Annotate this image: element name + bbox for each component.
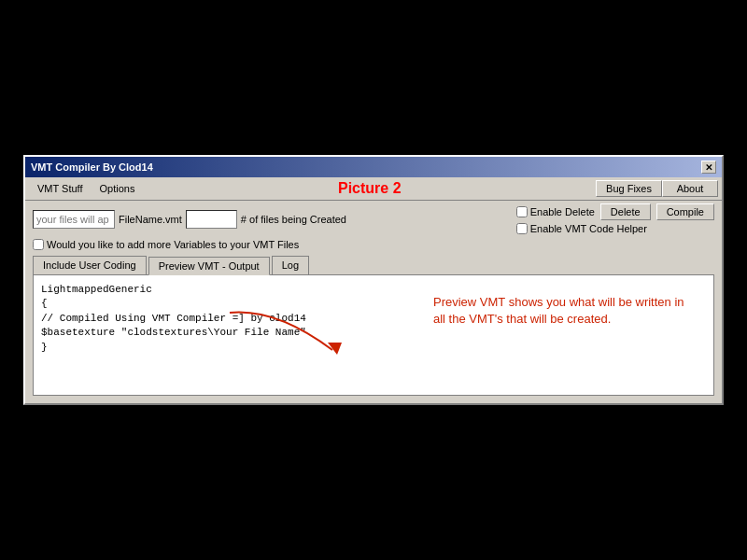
window-title: VMT Compiler By Clod14 (31, 161, 153, 173)
menu-options[interactable]: Options (92, 180, 144, 197)
code-line-4: $basetexture "clodstextures\Your File Na… (41, 326, 340, 340)
picture-label: Picture 2 (338, 180, 402, 196)
files-input[interactable] (33, 210, 115, 229)
menu-bar: VMT Stuff Options Picture 2 Bug Fixes Ab… (25, 177, 722, 201)
delete-button[interactable]: Delete (600, 203, 651, 220)
files-count-label: # of files being Created (241, 214, 346, 225)
filename-input[interactable] (186, 210, 237, 229)
code-line-3: // Compiled Using VMT Compiler =] by clo… (41, 312, 340, 326)
content-area: LightmappedGeneric { // Compiled Using V… (33, 274, 714, 396)
tab-log[interactable]: Log (272, 256, 309, 274)
enable-delete-row: Enable Delete Delete Compile (516, 203, 714, 220)
toolbar-center: Picture 2 (143, 180, 596, 197)
code-line-1: LightmappedGeneric (41, 283, 340, 297)
compile-button[interactable]: Compile (656, 203, 714, 220)
code-line-2: { (41, 297, 340, 311)
code-line-5: } (41, 341, 340, 355)
code-display: LightmappedGeneric { // Compiled Using V… (41, 283, 340, 355)
filename-label: FileName.vmt (119, 214, 182, 225)
bug-fixes-button[interactable]: Bug Fixes (596, 180, 662, 197)
enable-vmt-checkbox[interactable] (516, 223, 528, 234)
about-button[interactable]: About (662, 180, 718, 197)
input-row: FileName.vmt # of files being Created En… (25, 201, 722, 237)
variables-row: Would you like to add more Variables to … (25, 237, 722, 252)
title-bar: VMT Compiler By Clod14 ✕ (25, 157, 722, 177)
enable-vmt-row: Enable VMT Code Helper (516, 223, 647, 234)
menu-vmt-stuff[interactable]: VMT Stuff (29, 180, 92, 197)
tabs-bar: Include User Coding Preview VMT - Output… (25, 252, 722, 274)
tab-preview-vmt[interactable]: Preview VMT - Output (148, 257, 270, 275)
main-window: VMT Compiler By Clod14 ✕ VMT Stuff Optio… (23, 155, 724, 405)
preview-note: Preview VMT shows you what will be writt… (433, 294, 695, 328)
enable-vmt-label: Enable VMT Code Helper (516, 223, 647, 234)
enable-delete-checkbox[interactable] (516, 206, 528, 217)
variables-checkbox[interactable] (33, 239, 44, 250)
tab-include-user-coding[interactable]: Include User Coding (33, 256, 147, 274)
close-button[interactable]: ✕ (701, 161, 716, 174)
variables-checkbox-label: Would you like to add more Variables to … (33, 239, 299, 250)
enable-delete-label: Enable Delete (516, 206, 595, 217)
